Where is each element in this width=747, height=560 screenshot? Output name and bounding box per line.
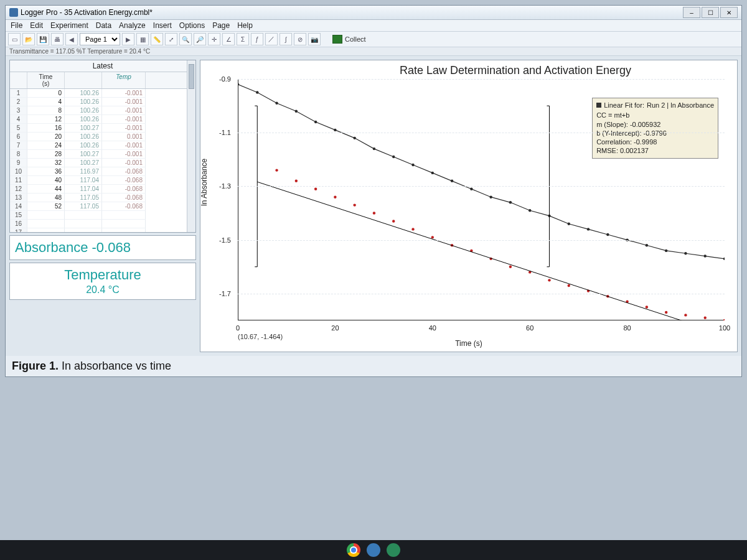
- camera-icon[interactable]: 📷: [308, 33, 321, 45]
- svg-point-34: [431, 236, 434, 238]
- open-icon[interactable]: 📂: [22, 33, 35, 45]
- table-row[interactable]: 38100.26-0.001: [10, 106, 195, 115]
- menu-insert[interactable]: Insert: [153, 21, 172, 30]
- temperature-meter-value: 20.4 °C: [15, 284, 190, 296]
- data-browser-icon[interactable]: ▦: [136, 33, 149, 45]
- table-row[interactable]: 1244117.04-0.068: [10, 185, 195, 194]
- col-temp-header[interactable]: Temp: [102, 72, 146, 88]
- fit-equation: CC = mt+b: [596, 111, 714, 119]
- prev-page-icon[interactable]: ◀: [65, 33, 78, 45]
- chrome-icon[interactable]: [347, 543, 360, 557]
- col-time-header[interactable]: Time: [29, 73, 62, 80]
- data-table-panel[interactable]: Latest Time (s) Temp 10100.26-0.00124100…: [9, 60, 196, 233]
- new-icon[interactable]: ▭: [8, 33, 21, 45]
- table-row[interactable]: 724100.26-0.001: [10, 141, 195, 150]
- absorbance-meter[interactable]: Absorbance -0.068: [9, 235, 196, 260]
- table-row[interactable]: 932100.27-0.001: [10, 159, 195, 167]
- zoom-in-icon[interactable]: 🔍: [179, 33, 192, 45]
- table-scrollbar[interactable]: [187, 60, 195, 232]
- table-row[interactable]: 1036116.97-0.068: [10, 167, 195, 176]
- app-window: Logger Pro - 35 Activation Energy.cmbl* …: [5, 5, 742, 377]
- caption-prefix: Figure 1.: [12, 360, 59, 372]
- y-tick: -1.5: [219, 236, 231, 244]
- collect-play-icon[interactable]: [332, 35, 342, 44]
- svg-point-40: [548, 279, 550, 281]
- titlebar: Logger Pro - 35 Activation Energy.cmbl* …: [6, 6, 741, 20]
- table-row[interactable]: 10100.26-0.001: [10, 89, 195, 98]
- examine-icon[interactable]: ✛: [208, 33, 220, 45]
- caption-text: In absorbance vs time: [59, 360, 171, 372]
- col-2-header[interactable]: [65, 72, 102, 88]
- table-row[interactable]: 828100.27-0.001: [10, 150, 195, 159]
- y-tick: -1.7: [219, 290, 231, 297]
- menu-file[interactable]: File: [11, 21, 22, 30]
- y-tick: -1.3: [219, 182, 231, 190]
- menu-data[interactable]: Data: [96, 21, 111, 30]
- fit-info-box[interactable]: Linear Fit for: Run 2 | ln Absorbance CC…: [592, 98, 718, 159]
- svg-point-29: [334, 195, 336, 198]
- table-row[interactable]: 15: [10, 211, 195, 220]
- x-tick: 20: [331, 324, 339, 332]
- menu-help[interactable]: Help: [237, 21, 253, 30]
- y-tick: -1.1: [219, 129, 231, 136]
- save-icon[interactable]: 💾: [37, 33, 49, 45]
- table-row[interactable]: 16: [10, 220, 195, 228]
- x-tick: 40: [429, 324, 436, 332]
- table-row[interactable]: 17: [10, 228, 195, 232]
- table-row[interactable]: 1348117.05-0.068: [10, 194, 195, 202]
- integral-icon[interactable]: ∫: [280, 33, 292, 45]
- svg-line-50: [257, 182, 725, 320]
- stats-icon[interactable]: Σ: [237, 33, 249, 45]
- page-selector[interactable]: Page 1: [80, 33, 120, 45]
- table-row[interactable]: 1452117.05-0.068: [10, 202, 195, 211]
- x-tick: 0: [236, 324, 240, 332]
- autoscale-icon[interactable]: ⤢: [165, 33, 177, 45]
- table-row[interactable]: 620100.260.001: [10, 133, 195, 141]
- maximize-button[interactable]: ☐: [702, 7, 719, 18]
- y-axis-label[interactable]: ln Absorbance: [200, 159, 209, 206]
- svg-point-46: [665, 311, 667, 314]
- table-row[interactable]: 412100.26-0.001: [10, 115, 195, 124]
- minimize-button[interactable]: –: [683, 7, 700, 18]
- menu-experiment[interactable]: Experiment: [50, 21, 88, 30]
- fit-handle-icon[interactable]: [596, 103, 601, 108]
- print-icon[interactable]: 🖶: [51, 33, 63, 45]
- app-launcher-icon[interactable]: [387, 543, 400, 557]
- table-row[interactable]: 24100.26-0.001: [10, 98, 195, 106]
- files-icon[interactable]: [367, 543, 380, 557]
- next-page-icon[interactable]: ▶: [122, 33, 134, 45]
- svg-point-33: [411, 228, 414, 230]
- menu-options[interactable]: Options: [179, 21, 205, 30]
- zoom-out-icon[interactable]: 🔎: [194, 33, 206, 45]
- curve-fit-icon[interactable]: ƒ: [251, 33, 263, 45]
- strike-icon[interactable]: ⊘: [294, 33, 306, 45]
- latest-header: Latest: [10, 60, 195, 72]
- x-tick: 60: [526, 324, 533, 332]
- close-button[interactable]: ✕: [720, 7, 738, 18]
- table-row[interactable]: 1140117.04-0.068: [10, 176, 195, 185]
- menu-edit[interactable]: Edit: [30, 21, 43, 30]
- svg-point-45: [646, 306, 648, 308]
- linear-fit-icon[interactable]: ／: [265, 33, 278, 45]
- menu-page[interactable]: Page: [212, 21, 230, 30]
- absorbance-meter-value: Absorbance -0.068: [15, 240, 190, 256]
- svg-point-41: [568, 284, 570, 287]
- ruler-icon[interactable]: 📏: [151, 33, 163, 45]
- svg-point-28: [314, 188, 317, 190]
- menu-analyze[interactable]: Analyze: [119, 21, 146, 30]
- plot-panel[interactable]: Rate Law Determination and Activation En…: [200, 60, 738, 352]
- temperature-meter-title: Temperature: [15, 267, 190, 283]
- figure-caption: Figure 1. In absorbance vs time: [6, 356, 741, 376]
- tangent-icon[interactable]: ∠: [222, 33, 235, 45]
- temperature-meter[interactable]: Temperature 20.4 °C: [9, 263, 196, 300]
- cursor-readout: (10.67, -1.464): [238, 333, 283, 340]
- svg-point-48: [704, 316, 707, 319]
- plot-title: Rate Law Determination and Activation En…: [300, 64, 731, 77]
- collect-button[interactable]: Collect: [345, 35, 366, 43]
- fit-series: Run 2 | ln Absorbance: [647, 101, 714, 110]
- svg-point-47: [684, 314, 687, 316]
- svg-point-26: [275, 169, 278, 171]
- table-row[interactable]: 516100.27-0.001: [10, 124, 195, 133]
- menubar: File Edit Experiment Data Analyze Insert…: [6, 20, 741, 32]
- x-axis-label[interactable]: Time (s): [455, 339, 482, 348]
